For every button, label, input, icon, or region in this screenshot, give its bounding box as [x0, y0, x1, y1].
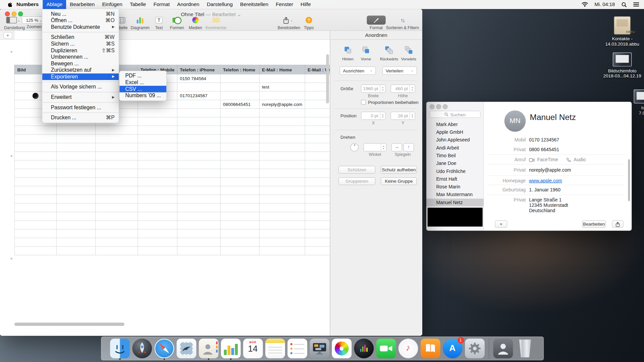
angle-field[interactable]: ▲▼ — [364, 143, 387, 151]
menu-item-schliessen[interactable]: Schließen⌘W — [42, 34, 119, 41]
zoom-button[interactable] — [443, 104, 448, 109]
menu-item-duplizieren[interactable]: Duplizieren⇧⌘S — [42, 47, 119, 54]
submenu-item-pdf[interactable]: PDF ... — [119, 73, 166, 79]
active-app-name[interactable]: Numbers — [12, 2, 43, 7]
submenu-item-csv[interactable]: CSV ... — [119, 86, 166, 93]
contact-list-item[interactable]: Udo Fröhliche — [426, 168, 484, 175]
sheet-cell[interactable]: test — [259, 83, 305, 92]
table-row[interactable] — [14, 134, 336, 143]
sheet-cell[interactable]: noreply@apple.com — [259, 100, 305, 109]
dock-facetime-icon[interactable] — [376, 339, 396, 358]
height-field[interactable]: 460 pt ▲▼ — [390, 84, 415, 93]
dock-mission-control-icon[interactable] — [310, 339, 329, 358]
contact-list-item[interactable]: Jane Doe — [426, 160, 484, 167]
table-row[interactable] — [14, 152, 336, 160]
dock-reminders-icon[interactable] — [287, 339, 307, 358]
menu-item-benutzte-dokumente[interactable]: Benutzte Dokumente▶ — [42, 24, 119, 31]
table-handle-icon[interactable]: × — [10, 50, 13, 54]
submenu-item-excel[interactable]: Excel ... — [119, 79, 166, 86]
contact-list-item[interactable]: Mark Aber — [426, 121, 484, 128]
stepper[interactable]: ▲▼ — [410, 85, 415, 92]
flip-horizontal-button[interactable]: → — [391, 143, 402, 151]
menu-item-zuruecksetzen[interactable]: Zurücksetzen auf▶ — [42, 67, 119, 74]
menu-anordnen[interactable]: Anordnen — [173, 0, 203, 9]
menu-item-umbenennen[interactable]: Umbenennen ... — [42, 54, 119, 60]
toolbar-tips-button[interactable]: ? Tipps — [300, 16, 318, 30]
table-row[interactable] — [14, 126, 336, 134]
column-header[interactable]: Telefon : Home — [220, 65, 259, 74]
column-header[interactable]: Telefon : iPhone — [177, 65, 220, 74]
contact-list-item[interactable]: Apple GmbH — [426, 128, 484, 136]
table-handle-icon[interactable]: × — [10, 154, 13, 158]
move-to-front-button[interactable]: Vorne — [357, 46, 375, 61]
menu-item-drucken[interactable]: Drucken ...⌘P — [42, 115, 119, 121]
toolbar-text-button[interactable]: T Text — [150, 16, 167, 30]
dock-notes-icon[interactable] — [265, 339, 285, 358]
table-row[interactable] — [14, 169, 336, 178]
apple-menu[interactable] — [7, 2, 12, 7]
menu-darstellung[interactable]: Darstellung — [203, 0, 236, 9]
table-row[interactable] — [14, 195, 336, 203]
stepper[interactable]: ▲▼ — [380, 112, 385, 119]
dock-launchpad-icon[interactable] — [132, 339, 152, 358]
contact-list-item[interactable]: Timo Beil — [426, 152, 484, 160]
toolbar-shapes-button[interactable]: Formen — [168, 16, 186, 30]
contact-list-item[interactable]: Rose Marin — [426, 183, 484, 191]
menu-item-oeffnen[interactable]: Öffnen ...⌘O — [42, 17, 119, 24]
stepper[interactable]: ▲▼ — [380, 85, 385, 92]
dock-calendar-icon[interactable]: MÄR 14 — [243, 339, 263, 358]
table-row[interactable] — [14, 178, 336, 186]
spotlight-search-icon[interactable] — [622, 2, 627, 7]
desktop-icon-bildschirmfoto[interactable]: Bildschirmfoto 2018-03...04.12.19 — [603, 53, 642, 79]
dock-system-preferences-icon[interactable] — [465, 339, 485, 358]
dock-numbers-icon[interactable] — [221, 339, 240, 358]
menu-item-als-vorlage-sichern[interactable]: Als Vorlage sichern ... — [42, 84, 119, 90]
sheet-cell[interactable]: 08006645451 — [220, 100, 259, 109]
menu-einfuegen[interactable]: Einfügen — [98, 0, 126, 9]
table-row[interactable] — [14, 143, 336, 152]
facetime-button[interactable]: FaceTime — [537, 157, 558, 163]
stepper[interactable]: ▲▼ — [410, 112, 415, 119]
table-row[interactable] — [14, 238, 336, 247]
menu-fenster[interactable]: Fenster — [272, 0, 297, 9]
x-position-field[interactable]: 0 pt ▲▼ — [361, 112, 385, 120]
scrollbar[interactable] — [628, 159, 630, 201]
contact-list-item-selected[interactable]: Manuel Netz — [426, 199, 484, 206]
table-row[interactable] — [14, 203, 336, 212]
menu-item-passwort-festlegen[interactable]: Passwort festlegen ... — [42, 104, 119, 111]
dock-safari-icon[interactable] — [154, 339, 174, 358]
audio-call-button[interactable]: Audio — [574, 157, 586, 163]
sheet-cell[interactable]: 0150 784564 — [177, 74, 220, 83]
y-position-field[interactable]: 28 pt ▲▼ — [390, 112, 415, 120]
toolbar-share-button[interactable]: ⌄ Bereitstellen — [278, 16, 298, 30]
toolbar-view-button[interactable]: ⌄ Darstellung — [4, 16, 22, 30]
menu-bereitstellen[interactable]: Bereitstellen — [236, 0, 272, 9]
contacts-search-input[interactable]: Suchen — [430, 111, 481, 118]
table-row[interactable] — [14, 221, 336, 229]
toolbar-comment-button[interactable]: Kommentar — [205, 16, 228, 30]
dock-contacts-icon[interactable] — [199, 339, 218, 358]
table-row[interactable] — [14, 246, 336, 255]
dock-siri-icon[interactable] — [354, 339, 374, 358]
wifi-icon[interactable] — [581, 2, 588, 7]
desktop-icon-kontakte-abbu[interactable]: ABBU Kontakte - 14.03.2018.abbu — [603, 16, 642, 47]
stepper[interactable]: ▲▼ — [381, 144, 386, 151]
column-header[interactable]: E-Mail : Home — [259, 65, 305, 74]
close-button[interactable] — [430, 104, 435, 109]
menu-item-exportieren[interactable]: Exportieren▶ — [42, 73, 119, 80]
contact-list-item[interactable]: John Appleseed — [426, 136, 484, 144]
menu-hilfe[interactable]: Hilfe — [297, 0, 315, 9]
unprotect-button[interactable]: Schutz aufheben — [381, 166, 417, 174]
desktop-icon-bildschirmfoto-partial[interactable]: to 7.02 — [631, 89, 644, 116]
dock-photos-icon[interactable] — [332, 339, 352, 358]
dock-ibooks-icon[interactable] — [420, 339, 440, 358]
flip-vertical-button[interactable]: ↑ — [403, 143, 414, 151]
toolbar-sort-filter-button[interactable]: ↑↓ Sortieren & Filtern — [384, 16, 421, 30]
contact-list-item[interactable]: Max Mustermann — [426, 191, 484, 198]
keep-proportions-checkbox[interactable] — [361, 100, 366, 105]
table-row[interactable] — [14, 212, 336, 221]
protect-button[interactable]: Schützen — [338, 166, 375, 174]
ungroup-button[interactable]: Keine Gruppe — [381, 177, 417, 185]
dock-user-account-icon[interactable] — [493, 339, 513, 358]
add-sheet-button[interactable]: + — [3, 32, 12, 39]
